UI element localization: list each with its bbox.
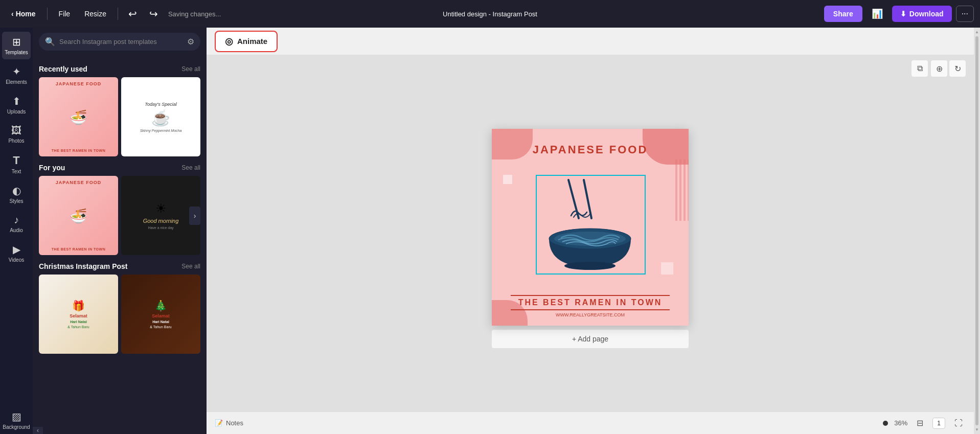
nav-divider xyxy=(47,8,48,20)
grid-view-button[interactable]: ⊟ xyxy=(914,416,926,430)
tmpl-title: JAPANESE FOOD xyxy=(56,180,101,185)
for-you-title: For you xyxy=(39,164,65,172)
audio-icon: ♪ xyxy=(14,214,19,226)
svg-point-5 xyxy=(564,262,616,270)
animate-button[interactable]: ◎ Animate xyxy=(215,31,278,52)
bowl-icon: 🍜 xyxy=(70,209,87,223)
sidebar-item-styles[interactable]: ◐ Styles xyxy=(2,180,31,208)
xmas-dark-sub2: & Tahun Baru xyxy=(150,325,171,329)
sidebar-item-videos[interactable]: ▶ Videos xyxy=(2,239,31,267)
download-button[interactable]: ⬇ Download xyxy=(892,6,952,22)
circle-decoration-1 xyxy=(503,175,512,184)
scroll-up-arrow[interactable]: ▲ xyxy=(975,30,979,34)
subtitle-divider-bottom xyxy=(511,309,670,310)
canvas-area: ◎ Animate ⧉ ⊕ ↻ xyxy=(207,28,974,434)
xmas-sub-1: Hari Natal xyxy=(70,320,87,324)
gm-text: Good morning xyxy=(143,218,179,224)
duplicate-page-button[interactable]: ⧉ xyxy=(911,60,928,77)
styles-icon: ◐ xyxy=(12,185,21,197)
post-title[interactable]: JAPANESE FOOD xyxy=(533,143,648,156)
christmas-header: Christmas Instagram Post See all xyxy=(39,262,200,270)
more-options-button[interactable]: ··· xyxy=(956,6,974,22)
redo-button[interactable]: ↪ xyxy=(145,7,162,21)
top-nav: ‹ Home File Resize ↩ ↪ Saving changes...… xyxy=(0,0,980,28)
elements-icon: ✦ xyxy=(12,65,21,78)
sidebar-item-photos[interactable]: 🖼 Photos xyxy=(2,121,31,148)
xmas-emoji-2: 🎄 xyxy=(154,300,167,312)
christmas-see-all[interactable]: See all xyxy=(181,263,200,270)
recently-used-see-all[interactable]: See all xyxy=(181,65,200,73)
canvas-tools: ⧉ ⊕ xyxy=(911,60,947,77)
page-indicator: 1 xyxy=(932,418,945,429)
post-bowl-section[interactable] xyxy=(532,175,649,277)
file-menu[interactable]: File xyxy=(54,7,76,21)
search-input[interactable] xyxy=(59,38,183,45)
add-page-button[interactable]: + Add page xyxy=(492,330,689,348)
xmas-dark-title: Selamat xyxy=(152,313,170,318)
saving-status: Saving changes... xyxy=(168,10,221,18)
post-subtitle-section[interactable]: THE BEST RAMEN IN TOWN WWW.REALLYGREATSI… xyxy=(511,295,670,317)
template-card-good-morning[interactable]: ☀ Good morning Have a nice day xyxy=(121,176,200,255)
filter-button[interactable]: ⚙ xyxy=(187,37,194,47)
sidebar-item-audio[interactable]: ♪ Audio xyxy=(2,210,31,237)
sidebar-item-label: Text xyxy=(12,169,21,174)
videos-icon: ▶ xyxy=(13,243,20,256)
templates-scroll[interactable]: Recently used See all JAPANESE FOOD 🍜 TH… xyxy=(33,56,207,427)
undo-button[interactable]: ↩ xyxy=(124,7,141,21)
bowl-svg-wrap xyxy=(533,177,648,279)
templates-icon: ⊞ xyxy=(12,36,21,48)
sidebar-item-label: Styles xyxy=(9,198,23,204)
xmas-emoji-1: 🎁 xyxy=(72,300,85,312)
right-scrollbar: ▲ ▼ xyxy=(974,28,980,434)
download-icon: ⬇ xyxy=(900,10,906,18)
sidebar-item-elements[interactable]: ✦ Elements xyxy=(2,61,31,89)
sidebar-item-label: Background xyxy=(3,424,30,430)
for-you-next-arrow[interactable]: › xyxy=(189,207,200,225)
bowl-icon: 🍜 xyxy=(70,110,87,125)
resize-menu[interactable]: Resize xyxy=(79,7,111,21)
sidebar-item-templates[interactable]: ⊞ Templates xyxy=(2,32,31,59)
sidebar-item-uploads[interactable]: ⬆ Uploads xyxy=(2,91,31,119)
analytics-button[interactable]: 📊 xyxy=(867,5,888,22)
sidebar-item-text[interactable]: T Text xyxy=(2,150,31,178)
instagram-post[interactable]: JAPANESE FOOD xyxy=(492,129,689,326)
for-you-see-all[interactable]: See all xyxy=(181,164,200,171)
template-card-japanese-1[interactable]: JAPANESE FOOD 🍜 THE BEST RAMEN IN TOWN xyxy=(39,77,118,156)
sidebar-item-label: Uploads xyxy=(7,109,26,115)
christmas-grid-wrap: 🎁 Selamat Hari Natal & Tahun Baru 🎄 Sela… xyxy=(39,275,200,354)
template-card-coffee[interactable]: Today's Special ☕ Skinny Peppermint Moch… xyxy=(121,77,200,156)
text-icon: T xyxy=(13,154,19,167)
sidebar-item-label: Audio xyxy=(10,227,23,233)
recently-used-header: Recently used See all xyxy=(39,65,200,73)
tmpl-sub: THE BEST RAMEN IN TOWN xyxy=(52,247,105,251)
gm-icon: ☀ xyxy=(155,201,167,216)
coffee-icon: ☕ xyxy=(151,109,170,127)
uploads-icon: ⬆ xyxy=(12,95,21,107)
share-button[interactable]: Share xyxy=(824,6,862,22)
sidebar-item-background[interactable]: ▨ Background xyxy=(2,406,31,434)
scroll-thumb[interactable] xyxy=(975,36,978,425)
scroll-down-arrow[interactable]: ▼ xyxy=(975,427,979,432)
rotate-button[interactable]: ↻ xyxy=(949,60,966,77)
template-card-xmas-dark[interactable]: 🎄 Selamat Hari Natal & Tahun Baru xyxy=(121,275,200,354)
tmpl-coffee-sub: Skinny Peppermint Mocha xyxy=(140,129,182,132)
search-bar[interactable]: 🔍 ⚙ xyxy=(39,33,200,51)
collapse-panel-button[interactable]: ‹ xyxy=(33,427,43,434)
zoom-controls xyxy=(883,421,888,426)
add-outside-button[interactable]: ⊕ xyxy=(931,60,947,77)
notes-button[interactable]: 📝 Notes xyxy=(215,419,243,427)
back-button[interactable]: ‹ Home xyxy=(6,7,41,21)
canvas-workspace[interactable]: ⧉ ⊕ ↻ xyxy=(207,55,974,412)
fullscreen-button[interactable]: ⛶ xyxy=(951,417,966,430)
sidebar-icons: ⊞ Templates ✦ Elements ⬆ Uploads 🖼 Photo… xyxy=(0,28,33,434)
recently-used-title: Recently used xyxy=(39,65,87,73)
document-title: Untitled design - Instagram Post xyxy=(443,10,537,18)
xmas-title-1: Selamat xyxy=(70,313,87,318)
post-wrapper: JAPANESE FOOD xyxy=(492,129,689,348)
template-card-japanese-2[interactable]: JAPANESE FOOD 🍜 THE BEST RAMEN IN TOWN xyxy=(39,176,118,255)
template-card-xmas-light[interactable]: 🎁 Selamat Hari Natal & Tahun Baru xyxy=(39,275,118,354)
post-subtitle: THE BEST RAMEN IN TOWN xyxy=(511,298,670,307)
bottom-bar: 📝 Notes 36% ⊟ 1 ⛶ xyxy=(207,412,974,434)
sidebar-item-label: Photos xyxy=(8,138,24,144)
for-you-header: For you See all xyxy=(39,164,200,172)
